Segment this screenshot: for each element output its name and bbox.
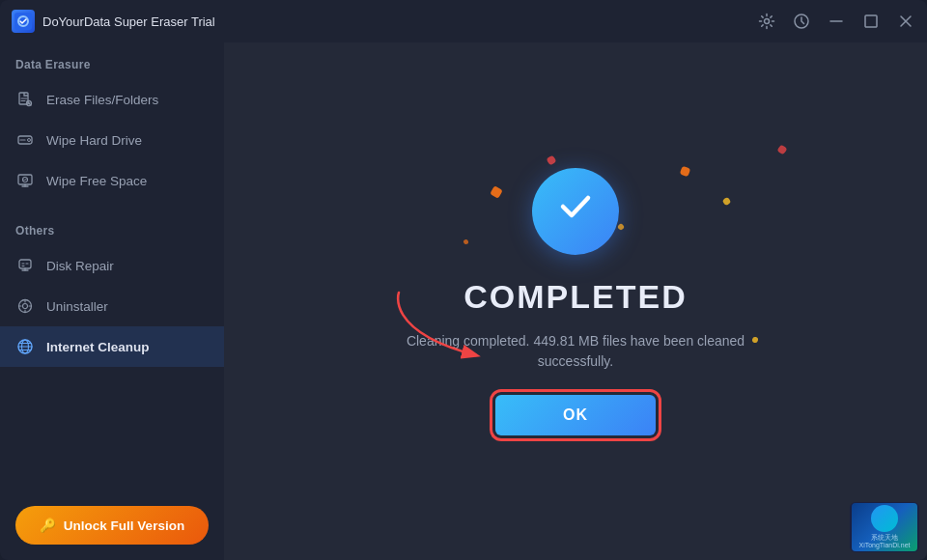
sidebar-item-erase-files[interactable]: Erase Files/Folders	[0, 79, 224, 120]
check-circle	[532, 168, 619, 255]
internet-cleanup-icon	[15, 337, 35, 356]
wipe-free-space-icon	[15, 171, 35, 190]
svg-rect-11	[19, 260, 31, 268]
unlock-icon: 🔑	[40, 518, 56, 533]
main-content: Data Erasure Erase Files/Folders	[0, 42, 927, 560]
sidebar-item-wipe-free-space[interactable]: Wipe Free Space	[0, 160, 224, 201]
data-erasure-label: Data Erasure	[0, 42, 224, 79]
sidebar-item-uninstaller[interactable]: Uninstaller	[0, 286, 224, 326]
maximize-icon[interactable]	[861, 12, 881, 31]
settings-icon[interactable]	[757, 12, 776, 31]
uninstaller-icon	[15, 296, 35, 316]
ok-btn-wrapper: OK	[495, 395, 656, 435]
close-icon[interactable]	[896, 12, 915, 31]
svg-point-8	[28, 139, 31, 142]
app-logo	[12, 10, 35, 33]
unlock-full-version-button[interactable]: 🔑 Unlock Full Version	[15, 506, 209, 545]
content-area: COMPLETED Cleaning completed. 449.81 MB …	[224, 42, 927, 560]
watermark-text-line2: XiTongTianDi.net	[858, 542, 910, 549]
erase-files-label: Erase Files/Folders	[46, 93, 158, 107]
unlock-label: Unlock Full Version	[64, 518, 184, 533]
app-title: DoYourData Super Eraser Trial	[42, 14, 215, 29]
sidebar: Data Erasure Erase Files/Folders	[0, 42, 224, 560]
erase-files-icon	[15, 90, 35, 109]
app-window: DoYourData Super Eraser Trial	[0, 0, 927, 560]
watermark: 系统天地 XiTongTianDi.net	[850, 502, 919, 552]
svg-point-2	[765, 19, 770, 24]
minimize-icon[interactable]	[827, 12, 846, 31]
sidebar-item-internet-cleanup[interactable]: Internet Cleanup	[0, 326, 224, 367]
svg-point-13	[23, 304, 28, 309]
history-icon[interactable]	[792, 12, 811, 31]
checkmark-icon	[551, 182, 600, 238]
ok-button[interactable]: OK	[495, 395, 656, 435]
disk-repair-icon	[15, 256, 35, 275]
wipe-hard-drive-icon	[15, 130, 35, 150]
sidebar-item-disk-repair[interactable]: Disk Repair	[0, 245, 224, 286]
disk-repair-label: Disk Repair	[46, 259, 114, 273]
title-bar: DoYourData Super Eraser Trial	[0, 0, 927, 42]
completed-title: COMPLETED	[464, 278, 687, 316]
wipe-free-space-label: Wipe Free Space	[46, 174, 147, 188]
completion-card: COMPLETED Cleaning completed. 449.81 MB …	[402, 168, 749, 435]
title-bar-left: DoYourData Super Eraser Trial	[12, 10, 215, 33]
title-bar-controls	[757, 12, 915, 31]
others-label: Others	[0, 209, 224, 245]
svg-rect-4	[865, 15, 877, 27]
watermark-text-line1: 系统天地	[871, 534, 898, 542]
watermark-globe	[871, 505, 898, 532]
watermark-image: 系统天地 XiTongTianDi.net	[852, 503, 917, 551]
sidebar-item-wipe-hard-drive[interactable]: Wipe Hard Drive	[0, 120, 224, 160]
uninstaller-label: Uninstaller	[46, 299, 108, 314]
internet-cleanup-label: Internet Cleanup	[46, 340, 150, 354]
wipe-hard-drive-label: Wipe Hard Drive	[46, 133, 142, 148]
completed-message: Cleaning completed. 449.81 MB files have…	[402, 331, 749, 372]
